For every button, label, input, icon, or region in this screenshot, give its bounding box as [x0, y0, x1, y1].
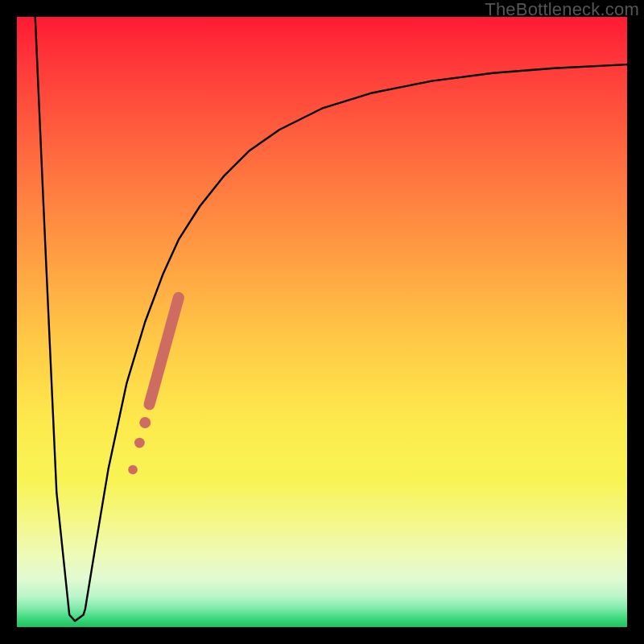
chart-svg [17, 17, 627, 627]
bottleneck-curve [35, 17, 627, 621]
highlight-dot [134, 438, 145, 448]
highlight-dot [139, 417, 151, 428]
chart-frame [17, 17, 627, 627]
highlight-segment [149, 298, 178, 405]
highlight-dots [128, 417, 151, 474]
highlight-dot [128, 465, 138, 475]
watermark-text: TheBottleneck.com [485, 0, 639, 20]
